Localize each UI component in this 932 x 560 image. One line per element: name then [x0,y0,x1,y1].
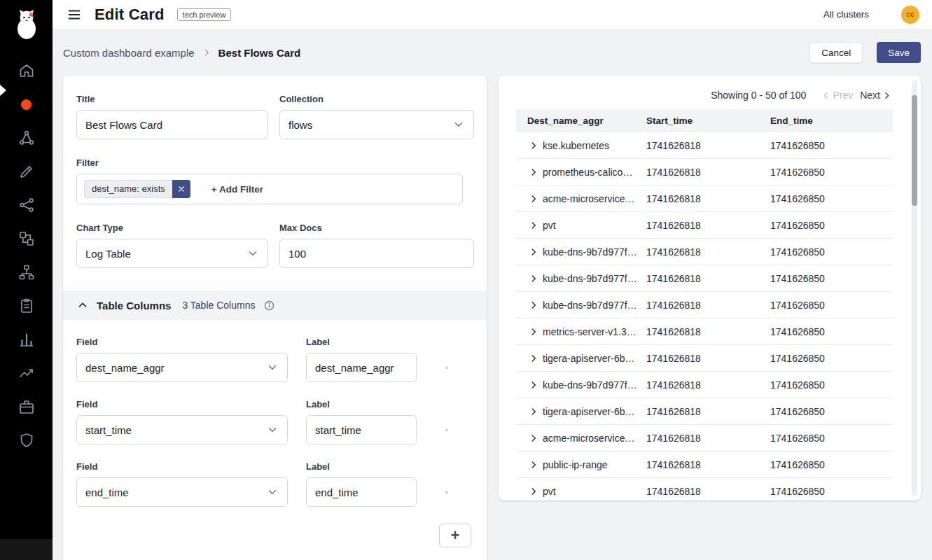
remove-column-button[interactable] [445,486,449,498]
column-header-end-time[interactable]: End_time [767,115,893,126]
topbar: Edit Card tech preview All clusters cc [53,0,932,29]
label-block: Label [306,399,417,444]
sidebar-item-security[interactable] [18,431,36,449]
row-dest-name: kube-dns-9b7d977f… [543,300,637,311]
column-header-start-time[interactable]: Start_time [643,115,767,126]
field-block: Field dest_name_aggr [76,337,288,382]
add-column-button[interactable]: + [439,524,471,547]
row-start-time: 1741626818 [643,140,767,151]
expand-row-icon[interactable] [529,167,538,177]
sidebar-item-compliance[interactable] [18,297,36,315]
scrollbar-track[interactable] [912,80,917,496]
row-dest-name: pvt [543,486,556,497]
table-row[interactable]: pvt 1741626818 1741626850 [516,212,893,239]
table-row[interactable]: kube-dns-9b7d977f… 1741626818 1741626850 [516,372,893,398]
sidebar-item-sitemap[interactable] [18,263,36,281]
next-page-button[interactable]: Next [860,90,891,101]
collapse-icon[interactable] [77,300,88,311]
sidebar-item-tiers[interactable] [18,230,36,248]
table-row[interactable]: acme-microservice… 1741626818 1741626850 [516,186,893,212]
expand-row-icon[interactable] [529,407,538,416]
dest-name-cell: kube-dns-9b7d977f… [516,246,643,258]
close-icon [445,362,449,374]
dest-name-cell: public-ip-range [516,459,643,470]
row-end-time: 1741626850 [767,326,893,337]
column-label-input[interactable] [306,353,417,382]
table-header-row: Dest_name_aggr Start_time End_time [516,109,893,132]
expand-row-icon[interactable] [529,274,538,284]
chevron-down-icon [266,486,279,498]
sidebar-item-storage[interactable] [18,398,36,416]
column-field-select[interactable]: end_time [76,477,288,507]
add-filter-button[interactable]: + Add Filter [211,184,263,195]
row-start-time: 1741626818 [643,193,767,204]
sidebar-item-trends[interactable] [18,364,36,382]
sidebar-item-policies[interactable] [18,162,36,181]
sidebar-item-endpoints[interactable] [18,129,36,147]
chevron-down-icon [246,247,259,260]
info-icon[interactable] [263,300,275,312]
cluster-selector[interactable]: All clusters [823,9,869,20]
table-row[interactable]: tigera-apiserver-6b… 1741626818 17416268… [516,398,893,425]
remove-column-button[interactable] [445,362,449,374]
expand-row-icon[interactable] [529,460,538,470]
table-row[interactable]: metrics-server-v1.3… 1741626818 17416268… [516,318,893,345]
expand-row-icon[interactable] [529,247,538,257]
max-docs-input[interactable] [279,239,474,268]
table-row[interactable]: acme-microservice… 1741626818 1741626850 [516,425,893,451]
row-start-time: 1741626818 [643,220,767,231]
save-button[interactable]: Save [877,42,921,63]
row-start-time: 1741626818 [643,300,767,311]
column-label-input[interactable] [306,415,417,444]
column-header-dest-name-aggr[interactable]: Dest_name_aggr [516,115,643,126]
sidebar-item-home[interactable] [18,62,36,80]
row-start-time: 1741626818 [643,167,767,178]
column-field-select[interactable]: start_time [76,415,288,444]
expand-row-icon[interactable] [529,327,538,337]
table-row[interactable]: kse.kubernetes 1741626818 1741626850 [516,132,893,159]
column-field-select[interactable]: dest_name_aggr [76,353,288,382]
avatar[interactable]: cc [901,6,919,24]
calico-logo[interactable] [0,8,53,41]
filter-section: Filter dest_name: exists + Add Filter [76,158,473,204]
column-field-value: start_time [85,424,132,436]
row-end-time: 1741626850 [767,486,893,497]
table-row[interactable]: kube-dns-9b7d977f… 1741626818 1741626850 [516,292,893,318]
title-input[interactable] [76,110,268,139]
remove-filter-button[interactable] [172,180,190,198]
table-row[interactable]: tigera-apiserver-6b… 1741626818 17416268… [516,345,893,372]
add-column-row: + [63,507,487,547]
sidebar-item-service-graph[interactable] [18,95,36,113]
table-row[interactable]: kube-dns-9b7d977f… 1741626818 1741626850 [516,239,893,265]
chart-type-select[interactable]: Log Table [76,239,268,268]
row-end-time: 1741626850 [767,379,893,391]
expand-row-icon[interactable] [529,380,538,390]
sidebar-item-network-sets[interactable] [18,196,36,214]
row-dest-name: acme-microservice… [543,193,634,204]
sidebar-item-metrics[interactable] [18,330,36,349]
prev-page-button[interactable]: Prev [821,90,853,101]
remove-column-button[interactable] [445,424,449,436]
table-row[interactable]: kube-dns-9b7d977f… 1741626818 1741626850 [516,265,893,292]
expand-row-icon[interactable] [529,433,538,443]
collection-select[interactable]: flows [279,110,474,139]
table-row[interactable]: public-ip-range 1741626818 1741626850 [516,451,893,478]
expand-row-icon[interactable] [529,220,538,230]
dest-name-cell: tigera-apiserver-6b… [516,406,643,417]
table-row[interactable]: pvt 1741626818 1741626850 [516,478,893,500]
row-dest-name: pvt [543,220,556,231]
expand-row-icon[interactable] [529,300,538,310]
menu-toggle-button[interactable] [64,4,85,25]
expand-row-icon[interactable] [529,141,538,150]
cancel-button[interactable]: Cancel [809,42,863,63]
label-label: Label [306,399,417,410]
table-row[interactable]: prometheus-calico… 1741626818 1741626850 [516,159,893,186]
expand-row-icon[interactable] [529,354,538,363]
title-label: Title [76,94,268,104]
expand-row-icon[interactable] [529,486,538,496]
expand-row-icon[interactable] [529,194,538,204]
breadcrumb-parent[interactable]: Custom dashboard example [63,47,195,59]
column-label-input[interactable] [306,477,417,507]
table-columns-section-header[interactable]: Table Columns 3 Table Columns [63,290,487,320]
scrollbar-thumb[interactable] [912,95,917,206]
